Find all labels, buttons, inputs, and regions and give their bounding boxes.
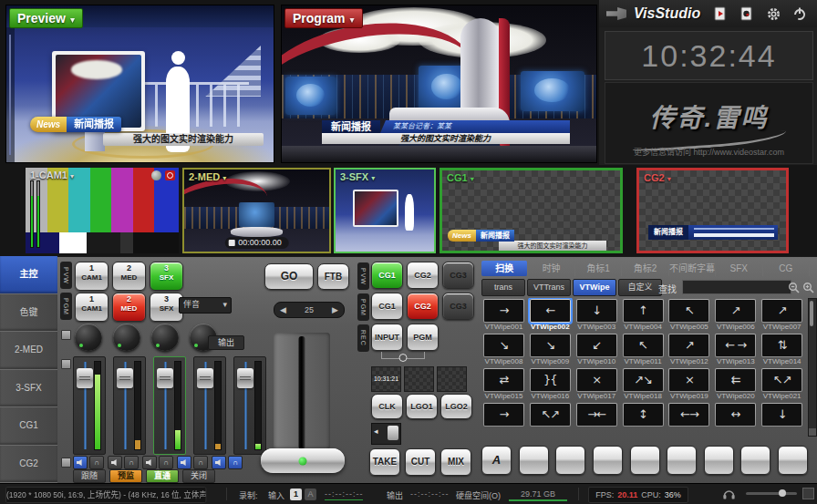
fader-ch4[interactable] — [193, 356, 226, 455]
effects-tab-时钟[interactable]: 时钟 — [528, 261, 574, 276]
wipe-extra-1[interactable]: → — [481, 402, 526, 435]
effects-subtab-trans[interactable]: trans — [481, 279, 525, 296]
wipe-extra-5[interactable]: ←→ — [667, 402, 711, 435]
wipe-VTWipe010[interactable]: ↙VTWipe010 — [574, 333, 619, 367]
source-label-med[interactable]: 2-MED▾ — [189, 171, 226, 182]
headphone-button-ch3[interactable]: ∩ — [159, 456, 173, 469]
overlay-opacity-slider[interactable] — [371, 423, 401, 445]
fader-ch3[interactable] — [153, 356, 186, 455]
sidebar-tab-主控[interactable]: 主控 — [0, 256, 57, 294]
effects-tab-不间断字幕[interactable]: 不间断字幕 — [669, 261, 716, 276]
logo1-overlay-thumb[interactable] — [404, 366, 434, 392]
effects-tab-角标2[interactable]: 角标2 — [622, 261, 668, 276]
wipe-extra-6[interactable]: ↔ — [713, 402, 758, 435]
pgm-cg-button-CG1[interactable]: CG1 — [371, 293, 403, 320]
transition-button-CUT[interactable]: CUT — [405, 448, 436, 476]
transition-button-MIX[interactable]: MIX — [440, 448, 471, 476]
wipe-VTWipe021[interactable]: ↖↗VTWipe021 — [760, 367, 804, 402]
effects-tool-button-8[interactable] — [740, 446, 770, 475]
audio-mode-ch1[interactable]: 跟随 — [73, 469, 106, 483]
sidebar-tab-CG1[interactable]: CG1 — [0, 407, 57, 446]
wipe-VTWipe017[interactable]: ×VTWipe017 — [574, 367, 619, 402]
effects-subtab-自定义[interactable]: 自定义 — [618, 279, 662, 296]
statusbar-option-box[interactable] — [802, 488, 814, 499]
wipe-VTWipe007[interactable]: ↗VTWipe007 — [760, 298, 804, 333]
speaker-button-ch3[interactable] — [142, 456, 157, 469]
wipe-VTWipe003[interactable]: ↓VTWipe003 — [574, 298, 619, 333]
t-bar-handle[interactable] — [261, 448, 345, 473]
wipe-extra-7[interactable]: ↓ — [760, 402, 804, 435]
headphone-button-ch2[interactable]: ∩ — [124, 456, 139, 469]
wipe-VTWipe001[interactable]: →VTWipe001 — [481, 298, 526, 333]
fader-ch2[interactable] — [113, 356, 146, 455]
input-channel-1[interactable]: 1 — [290, 489, 302, 500]
wipe-extra-2[interactable]: ↖↗ — [528, 402, 573, 435]
effects-tab-CG[interactable]: CG — [763, 261, 810, 276]
fader-ch5[interactable] — [233, 356, 266, 455]
overlay-button-LGO2[interactable]: LGO2 — [440, 394, 472, 419]
logo2-overlay-thumb[interactable] — [437, 366, 467, 392]
search-input[interactable] — [682, 280, 791, 294]
speaker-button-ch4[interactable] — [177, 456, 191, 469]
pvw-cg-button-CG2[interactable]: CG2 — [407, 262, 439, 289]
pan-knob-ch2[interactable] — [113, 324, 140, 351]
wipe-VTWipe013[interactable]: ← →VTWipe013 — [713, 333, 758, 367]
wipe-VTWipe015[interactable]: ⇄VTWipe015 — [481, 367, 526, 402]
search-minus-icon[interactable] — [788, 281, 800, 293]
wipe-VTWipe012[interactable]: ↗VTWipe012 — [667, 333, 711, 367]
fader-handle-ch3[interactable] — [157, 368, 173, 388]
sidebar-tab-CG2[interactable]: CG2 — [0, 446, 57, 484]
pvw-source-button-CAM1[interactable]: 1CAM1 — [75, 262, 109, 291]
program-source-selector[interactable]: Program▾ — [284, 8, 363, 28]
wipe-extra-4[interactable]: ↕ — [621, 402, 666, 435]
preview-source-selector[interactable]: Preview▾ — [9, 8, 83, 28]
knob-row-checkbox[interactable] — [61, 330, 71, 340]
wipe-VTWipe008[interactable]: ↘VTWipe008 — [481, 333, 526, 367]
source-label-cg1[interactable]: CG1▾ — [447, 172, 474, 183]
wipe-VTWipe011[interactable]: ↖VTWipe011 — [621, 333, 666, 367]
wipe-VTWipe005[interactable]: ↖VTWipe005 — [667, 298, 711, 333]
record-button-INPUT[interactable]: INPUT — [371, 324, 403, 351]
wipe-VTWipe004[interactable]: ↑VTWipe004 — [621, 298, 666, 333]
source-label-sfx[interactable]: 3-SFX▾ — [340, 171, 375, 182]
overlay-button-CLK[interactable]: CLK — [371, 394, 403, 419]
speaker-button-ch2[interactable] — [108, 456, 122, 469]
wipe-VTWipe009[interactable]: ↘VTWipe009 — [528, 333, 573, 367]
source-thumb-cg1[interactable]: CG1▾ News 新闻播报 强大的图文实时渲染能力 — [440, 168, 623, 253]
fader-ch1[interactable] — [73, 356, 106, 455]
monitor-volume-slider[interactable] — [746, 492, 797, 495]
sidebar-tab-3-SFX[interactable]: 3-SFX — [0, 370, 57, 408]
headphone-icon[interactable] — [722, 488, 736, 502]
effects-tool-button-7[interactable] — [704, 446, 734, 475]
source-label-cam1[interactable]: 1-CAM1▾ — [30, 170, 74, 180]
increment-arrow-icon[interactable]: ▶ — [332, 305, 338, 314]
go-button[interactable]: GO — [264, 263, 314, 290]
effects-tool-button-6[interactable] — [667, 446, 697, 475]
effects-tool-button-9[interactable] — [778, 446, 808, 475]
effects-tab-扫换[interactable]: 扫换 — [481, 261, 528, 276]
settings-button[interactable] — [764, 5, 782, 23]
record-icon[interactable] — [165, 170, 175, 180]
fader-row-checkbox[interactable] — [61, 359, 71, 369]
pgm-source-button-MED[interactable]: 2MED — [112, 293, 146, 322]
input-channel-a[interactable]: A — [305, 489, 316, 500]
audio-mode-ch2[interactable]: 预监 — [109, 469, 142, 483]
effects-tab-角标1[interactable]: 角标1 — [575, 261, 622, 276]
audio-mode-ch4[interactable]: 关闭 — [182, 469, 215, 483]
wipe-VTWipe018[interactable]: ↗↘VTWipe018 — [621, 367, 666, 402]
headphone-button-ch5[interactable]: ∩ — [228, 456, 243, 469]
pgm-cg-button-CG2[interactable]: CG2 — [407, 293, 439, 320]
decrement-arrow-icon[interactable]: ◀ — [280, 305, 286, 314]
audio-status-icon[interactable] — [151, 170, 161, 180]
pvw-cg-button-CG1[interactable]: CG1 — [371, 262, 403, 289]
wipe-VTWipe006[interactable]: ↗VTWipe006 — [713, 298, 758, 333]
headphone-button-ch4[interactable]: ∩ — [193, 456, 208, 469]
source-thumb-cam1[interactable]: 1-CAM1▾ — [26, 168, 179, 253]
transition-button-TAKE[interactable]: TAKE — [369, 448, 400, 476]
source-thumb-med[interactable]: 2-MED▾ 00:00:00.00 — [182, 168, 331, 253]
pan-knob-ch1[interactable] — [75, 324, 102, 351]
speaker-button-ch5[interactable] — [212, 456, 226, 469]
mute-row-checkbox[interactable] — [61, 458, 71, 468]
wipe-VTWipe002[interactable]: ←VTWipe002 — [528, 298, 573, 333]
clock-overlay-thumb[interactable]: 10:31:21 — [371, 366, 401, 392]
